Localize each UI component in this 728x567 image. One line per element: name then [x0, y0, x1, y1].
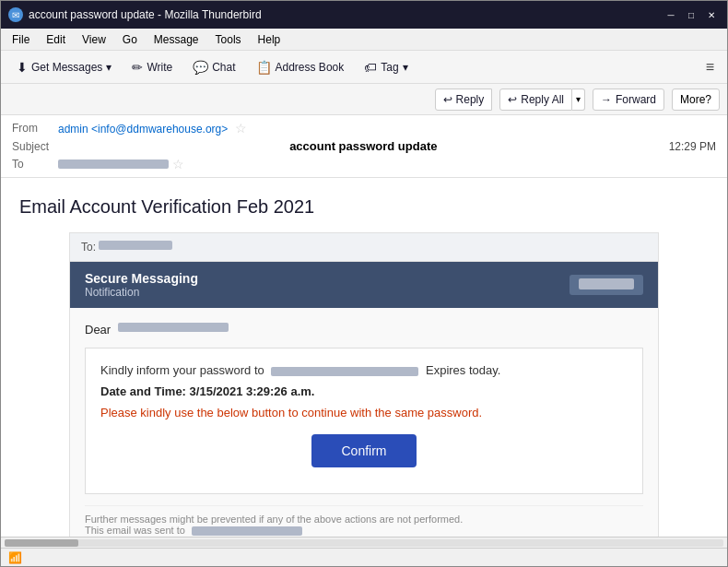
reply-all-group: ↩ Reply All ▾	[499, 89, 585, 111]
tag-button[interactable]: 🏷 Tag ▾	[356, 55, 416, 79]
secure-logo-blurred	[579, 278, 634, 289]
maximize-button[interactable]: □	[683, 6, 699, 23]
email-blurred	[271, 367, 418, 376]
more-button[interactable]: More?	[672, 89, 720, 111]
message-text-after: Expires today.	[426, 363, 500, 377]
email-body: Email Account Verification Feb 2021 To: …	[19, 196, 709, 537]
footer-email-blurred	[192, 526, 302, 536]
tag-icon: 🏷	[364, 60, 377, 75]
minimize-button[interactable]: ─	[663, 6, 679, 23]
address-book-button[interactable]: 📋 Address Book	[248, 55, 353, 79]
forward-icon: →	[601, 93, 612, 106]
write-label: Write	[147, 61, 172, 74]
reply-icon: ↩	[443, 93, 452, 106]
email-content-area[interactable]: 🔍 PHISHINGSCAM Email Account Verificatio…	[1, 178, 727, 537]
tag-label: Tag	[381, 61, 398, 74]
main-toolbar: ⬇ Get Messages ▾ ✏ Write 💬 Chat 📋 Addres…	[1, 51, 727, 84]
inner-email-box: To: Secure Messaging Notification	[69, 232, 659, 537]
menu-go[interactable]: Go	[115, 31, 145, 48]
menu-help[interactable]: Help	[251, 31, 288, 48]
message-text-before: Kindly inform your password to	[100, 363, 264, 377]
reply-group: ↩ Reply	[435, 89, 493, 111]
email-header: From admin <info@ddmwarehouse.org> ☆ Sub…	[1, 115, 727, 178]
main-window: ✉ account password update - Mozilla Thun…	[0, 0, 728, 567]
forward-button[interactable]: → Forward	[593, 89, 664, 111]
menu-view[interactable]: View	[75, 31, 113, 48]
chat-button[interactable]: 💬 Chat	[184, 55, 243, 79]
menu-file[interactable]: File	[5, 31, 37, 48]
address-book-icon: 📋	[256, 60, 272, 75]
title-bar: ✉ account password update - Mozilla Thun…	[1, 1, 727, 29]
reply-all-icon: ↩	[508, 93, 517, 106]
to-row: To ☆	[12, 155, 716, 173]
reply-all-button[interactable]: ↩ Reply All	[499, 89, 572, 111]
email-content-wrapper: 🔍 PHISHINGSCAM Email Account Verificatio…	[1, 178, 727, 537]
from-row: From admin <info@ddmwarehouse.org> ☆	[12, 119, 716, 137]
from-value: admin <info@ddmwarehouse.org> ☆	[58, 121, 716, 136]
message-text: Kindly inform your password to Expires t…	[100, 363, 628, 377]
get-messages-arrow: ▾	[106, 61, 112, 74]
footer-line2: This email was sent to	[85, 525, 643, 536]
message-warning: Please kindly use the below button to co…	[100, 406, 628, 419]
from-star-icon[interactable]: ☆	[235, 121, 247, 136]
reply-all-arrow-button[interactable]: ▾	[572, 89, 585, 111]
tag-arrow: ▾	[403, 61, 408, 74]
to-value-blurred	[58, 159, 169, 169]
subject-row: Subject account password update 12:29 PM	[12, 137, 716, 155]
subject-label: Subject	[12, 140, 58, 153]
message-box: Kindly inform your password to Expires t…	[85, 348, 643, 494]
secure-header-logo	[569, 275, 643, 295]
menu-tools[interactable]: Tools	[208, 31, 249, 48]
reply-button[interactable]: ↩ Reply	[435, 89, 493, 111]
secure-header-subtitle: Notification	[85, 286, 198, 299]
reply-all-label: Reply All	[521, 93, 564, 106]
close-button[interactable]: ✕	[703, 6, 720, 23]
date-time-label: Date and Time:	[100, 384, 186, 398]
message-date: Date and Time: 3/15/2021 3:29:26 a.m.	[100, 384, 628, 398]
get-messages-button[interactable]: ⬇ Get Messages ▾	[8, 55, 120, 79]
window-controls: ─ □ ✕	[663, 6, 720, 23]
from-label: From	[12, 122, 58, 135]
menu-bar: File Edit View Go Message Tools Help	[1, 29, 727, 51]
dear-text: Dear	[85, 323, 111, 337]
window-title: account password update - Mozilla Thunde…	[29, 8, 262, 21]
secure-header-title: Secure Messaging	[85, 271, 198, 286]
subject-value: account password update	[289, 139, 437, 153]
write-button[interactable]: ✏ Write	[123, 55, 181, 79]
scrollbar-thumb[interactable]	[5, 539, 78, 547]
secure-messaging-header: Secure Messaging Notification	[70, 262, 658, 308]
inner-to-blurred	[99, 241, 172, 250]
email-body-content: Dear Kindly inform your password to Expi…	[70, 308, 658, 537]
footer-line1: Further messages might be prevented if a…	[85, 514, 643, 525]
dear-line: Dear	[85, 323, 643, 337]
address-book-label: Address Book	[276, 61, 345, 74]
from-email-link[interactable]: admin <info@ddmwarehouse.org>	[58, 123, 228, 136]
menu-edit[interactable]: Edit	[39, 31, 73, 48]
confirm-button[interactable]: Confirm	[311, 434, 416, 467]
scrollbar-track	[5, 539, 723, 547]
hamburger-menu-button[interactable]: ≡	[700, 55, 720, 79]
get-messages-icon: ⬇	[17, 60, 28, 75]
menu-message[interactable]: Message	[147, 31, 206, 48]
inner-to-label: To:	[81, 241, 99, 254]
dear-name-blurred	[118, 323, 229, 332]
footer-text: Further messages might be prevented if a…	[85, 505, 643, 536]
chat-icon: 💬	[193, 60, 208, 75]
to-star-icon[interactable]: ☆	[172, 157, 184, 171]
date-time-value: 3/15/2021 3:29:26 a.m.	[190, 384, 315, 398]
email-action-bar: ↩ Reply ↩ Reply All ▾ → Forward More?	[1, 84, 727, 115]
horizontal-scrollbar[interactable]	[1, 537, 727, 548]
chat-label: Chat	[212, 61, 235, 74]
write-icon: ✏	[132, 60, 143, 75]
secure-header-left: Secure Messaging Notification	[85, 271, 198, 299]
title-bar-left: ✉ account password update - Mozilla Thun…	[8, 7, 262, 22]
email-time: 12:29 PM	[669, 140, 716, 153]
reply-label: Reply	[456, 93, 485, 106]
to-label: To	[12, 158, 58, 171]
app-icon: ✉	[8, 7, 23, 22]
get-messages-label: Get Messages	[31, 61, 102, 74]
email-title: Email Account Verification Feb 2021	[19, 196, 709, 218]
status-icon: 📶	[8, 551, 22, 564]
status-bar: 📶	[1, 548, 727, 566]
inner-to-row: To:	[70, 233, 658, 262]
